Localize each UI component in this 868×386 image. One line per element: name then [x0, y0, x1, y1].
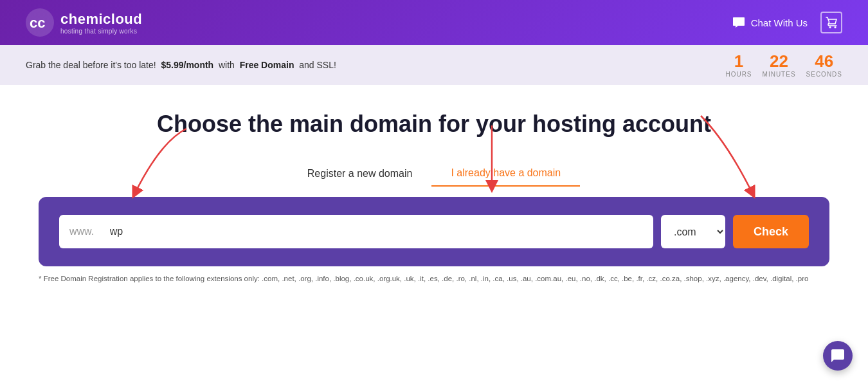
countdown-seconds: 46 SECONDS: [806, 53, 842, 78]
promo-text: Grab the deal before it's too late! $5.9…: [26, 60, 336, 70]
tld-select[interactable]: .com .net .org .info .blog .co.uk: [661, 215, 725, 248]
countdown-minutes-label: MINUTES: [763, 71, 796, 78]
site-header: cc chemicloud hosting that simply works …: [0, 0, 868, 45]
www-prefix: www.: [69, 226, 97, 237]
logo-text: chemicloud hosting that simply works: [60, 11, 142, 35]
countdown-seconds-label: SECONDS: [806, 71, 842, 78]
countdown-minutes: 22 MINUTES: [763, 53, 796, 78]
logo: cc chemicloud hosting that simply works: [26, 8, 142, 37]
svg-text:cc: cc: [30, 15, 45, 31]
page-title: Choose the main domain for your hosting …: [26, 111, 842, 138]
countdown-seconds-value: 46: [815, 53, 833, 69]
promo-banner: Grab the deal before it's too late! $5.9…: [0, 45, 868, 85]
countdown-hours-label: HOURS: [725, 71, 752, 78]
promo-price: $5.99/month: [161, 60, 213, 70]
tab-register-domain[interactable]: Register a new domain: [288, 161, 432, 186]
free-domain-note: * Free Domain Registration applies to th…: [0, 266, 868, 284]
countdown-hours: 1 HOURS: [725, 53, 752, 78]
countdown: 1 HOURS 22 MINUTES 46 SECONDS: [725, 53, 842, 78]
domain-input[interactable]: [100, 215, 643, 248]
domain-tabs: Register a new domain I already have a d…: [288, 161, 580, 187]
main-content: Choose the main domain for your hosting …: [0, 85, 868, 187]
cart-button[interactable]: [820, 12, 842, 33]
chat-label: Chat With Us: [751, 17, 808, 28]
promo-free-domain: Free Domain: [240, 60, 294, 70]
domain-input-wrapper: www.: [59, 215, 653, 248]
svg-point-2: [829, 26, 831, 28]
promo-text-after: and SSL!: [299, 60, 336, 70]
tab-existing-domain[interactable]: I already have a domain: [431, 161, 580, 187]
logo-name: chemicloud: [60, 11, 142, 28]
check-button[interactable]: Check: [733, 215, 809, 248]
logo-icon: cc: [26, 8, 54, 37]
chat-icon: [732, 15, 746, 30]
svg-point-3: [835, 26, 836, 28]
countdown-hours-value: 1: [734, 53, 743, 69]
search-box-area: www. .com .net .org .info .blog .co.uk C…: [39, 197, 829, 266]
promo-text-before: Grab the deal before it's too late!: [26, 60, 156, 70]
header-right: Chat With Us: [732, 12, 842, 33]
logo-tagline: hosting that simply works: [60, 28, 142, 35]
promo-text-middle: with: [219, 60, 235, 70]
countdown-minutes-value: 22: [770, 53, 788, 69]
chat-button[interactable]: Chat With Us: [732, 15, 808, 30]
